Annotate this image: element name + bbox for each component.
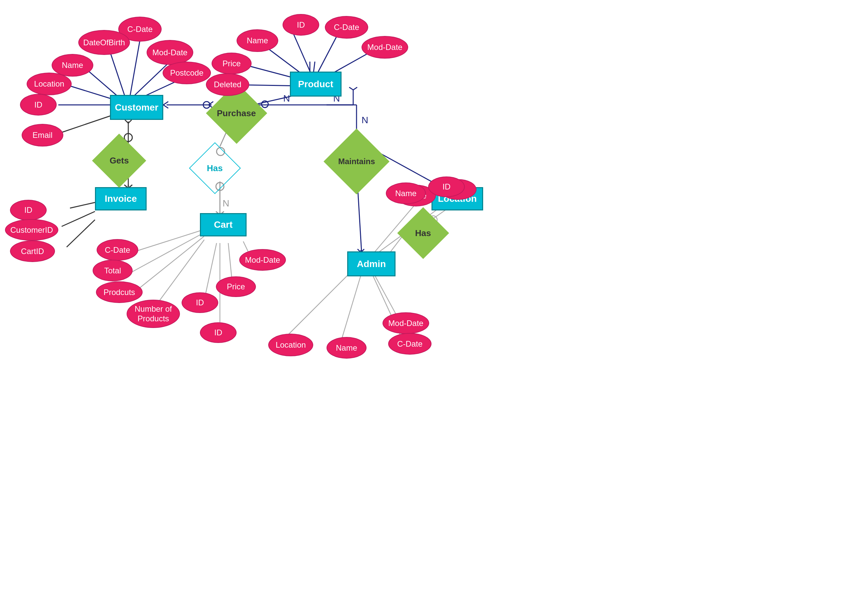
svg-text:N: N (223, 198, 229, 209)
entity-customer: Customer (110, 95, 163, 120)
svg-line-0 (130, 40, 140, 97)
entity-product: Product (290, 71, 342, 97)
attr-cart-id2: ID (200, 322, 237, 343)
relationship-gets: Gets (100, 142, 138, 180)
attr-invoice-customerid: CustomerID (5, 219, 58, 241)
svg-line-27 (353, 87, 357, 90)
svg-line-7 (59, 115, 113, 133)
entity-admin: Admin (347, 251, 396, 276)
attr-customer-dateofbirth: DateOfBirth (78, 30, 130, 55)
svg-line-60 (130, 233, 203, 273)
svg-line-46 (70, 203, 95, 208)
attr-admin-location: Location (268, 334, 313, 356)
attr-product-price: Price (212, 53, 252, 74)
svg-line-48 (67, 220, 95, 247)
attr-location-id: ID (428, 177, 465, 197)
svg-line-30 (293, 33, 311, 75)
attr-customer-email: Email (22, 124, 63, 147)
attr-customer-location: Location (27, 73, 71, 95)
attr-product-moddate: Mod-Date (361, 36, 408, 59)
svg-text:N: N (361, 115, 368, 125)
attr-customer-postcode: Postcode (162, 62, 211, 84)
attr-invoice-cartid: CartID (10, 241, 55, 262)
entity-invoice: Invoice (95, 187, 147, 210)
attr-product-deleted: Deleted (206, 73, 249, 96)
svg-line-88 (287, 270, 353, 336)
relationship-maintains: Maintains (333, 138, 380, 185)
relationship-has-cart: Has (197, 150, 233, 186)
svg-line-61 (133, 236, 204, 293)
attr-admin-cdate: C-Date (388, 333, 431, 355)
attr-cart-prodcuts: Prodcuts (96, 282, 143, 303)
attr-product-name: Name (237, 29, 278, 52)
attr-cart-price: Price (216, 276, 256, 297)
svg-line-59 (130, 230, 203, 253)
attr-admin-name: Name (326, 337, 367, 359)
attr-cart-numproducts: Number of Products (127, 300, 180, 328)
attr-customer-moddate: Mod-Date (147, 40, 193, 65)
attr-cart-moddate: Mod-Date (239, 249, 286, 271)
attr-product-id: ID (282, 14, 319, 36)
svg-text:N: N (283, 93, 290, 104)
svg-line-87 (342, 270, 363, 340)
attr-cart-total: Total (93, 260, 133, 282)
attr-product-cdate: C-Date (325, 16, 368, 39)
relationship-has-location: Has (405, 215, 442, 251)
svg-line-26 (349, 87, 353, 90)
attr-cart-cdate: C-Date (97, 239, 138, 261)
entity-cart: Cart (200, 213, 247, 236)
svg-line-2 (133, 62, 170, 97)
attr-admin-moddate: Mod-Date (382, 312, 429, 334)
svg-line-31 (317, 36, 337, 75)
svg-line-1 (110, 51, 125, 97)
attr-cart-id: ID (182, 292, 218, 313)
attr-location-name: Name (386, 182, 426, 204)
attr-customer-id: ID (20, 94, 57, 115)
relationship-purchase: Purchase (215, 92, 258, 135)
attr-invoice-id: ID (10, 200, 47, 220)
